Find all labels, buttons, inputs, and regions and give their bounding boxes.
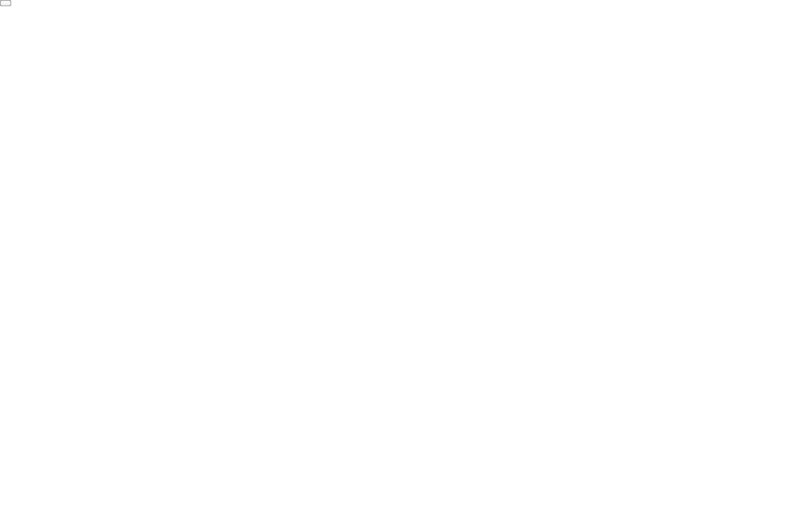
node-eden-alloc bbox=[0, 0, 11, 6]
flowchart-edges bbox=[0, 0, 812, 507]
escape-analysis-annotation bbox=[4, 12, 264, 31]
